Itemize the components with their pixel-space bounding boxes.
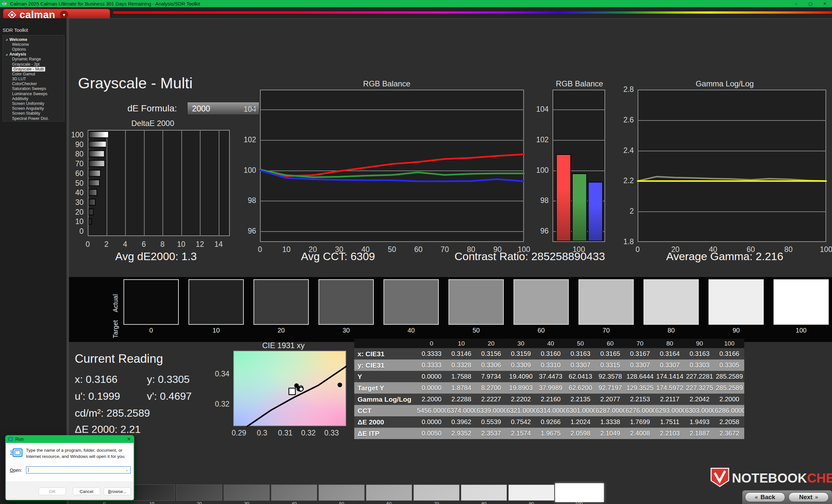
sidebar-item-grayscale-multi[interactable]: Grayscale - Multi: [3, 66, 64, 72]
next-arrows-icon: »: [815, 494, 818, 500]
table-cell: 2.3537: [476, 428, 506, 439]
table-cell: 128.6444: [625, 371, 655, 382]
open-input[interactable]: ⌄: [26, 466, 131, 474]
sidebar-item-analysis[interactable]: ◢Analysis: [3, 52, 64, 57]
sidebar-item-color-gamut[interactable]: Color Gamut: [3, 72, 64, 76]
gridline: [638, 181, 826, 181]
patch-cell-10[interactable]: [129, 484, 175, 501]
table-cell: 37.9989: [536, 382, 566, 394]
table-row-label: Target Y: [354, 382, 417, 394]
table-cell: 2.2058: [714, 416, 744, 428]
table-cell: 1.7699: [625, 416, 655, 428]
run-program-icon: [10, 448, 23, 458]
sidebar-item-colorchecker[interactable]: ColorChecker: [3, 82, 64, 86]
table-cell: 1.8784: [446, 382, 476, 394]
deltae-bar: [88, 170, 101, 177]
app-icon: [2, 1, 7, 6]
browse-button[interactable]: Browse...: [104, 487, 131, 495]
grayscale-swatch-30: [318, 279, 374, 325]
sidebar-item-screen-uniformity[interactable]: Screen Uniformity: [3, 101, 64, 106]
table-cell: 227.3275: [685, 382, 715, 394]
plot-area: [638, 90, 826, 242]
back-arrows-icon: «: [755, 494, 758, 500]
patch-cell-80[interactable]: [461, 484, 507, 501]
sidebar-item-options[interactable]: Options: [3, 47, 64, 52]
patch-cell-100[interactable]: [555, 483, 604, 502]
patch-cell-20[interactable]: [176, 484, 222, 501]
gridline: [144, 130, 145, 236]
y-tick-label: 100: [63, 131, 83, 139]
swatch-level-label: 20: [254, 327, 309, 334]
patch-cell-40[interactable]: [271, 484, 317, 501]
run-window-icon: [8, 437, 13, 441]
table-cell: 2.0598: [566, 428, 595, 439]
patch-cell-90[interactable]: [508, 484, 554, 501]
table-cell: 8.2700: [476, 382, 506, 394]
table-cell: 92.3578: [595, 371, 625, 382]
table-column-header: 60: [595, 339, 625, 348]
patch-cell-50[interactable]: [318, 484, 365, 501]
y-tick-label: 1.8: [612, 237, 634, 246]
table-cell: 6314.0000: [536, 405, 566, 416]
patch-cell-60[interactable]: [366, 484, 412, 501]
table-cell: 0.3159: [506, 348, 536, 360]
sidebar-item-screen-angularity[interactable]: Screen Angularity: [3, 106, 64, 111]
measurement-table: 0102030405060708090100x: CIE310.33330.31…: [354, 339, 744, 439]
table-cell: 0.0000: [417, 371, 446, 382]
expander-icon[interactable]: ◢: [5, 53, 9, 56]
sidebar-item-label: Saturation Sweeps: [12, 86, 46, 91]
close-button[interactable]: ✕: [818, 1, 832, 6]
sidebar-item-saturation-sweeps[interactable]: Saturation Sweeps: [3, 86, 64, 91]
expander-icon[interactable]: ◢: [5, 38, 9, 41]
maximize-button[interactable]: ▢: [803, 1, 818, 6]
run-dialog: Run ✕ Type the name of a program, folder…: [5, 435, 134, 500]
current-reading-right: y: 0.3305: [147, 373, 190, 386]
table-cell: 0.9266: [536, 416, 566, 428]
minimize-button[interactable]: –: [789, 1, 803, 6]
swatch-level-label: 50: [448, 327, 504, 334]
x-tick-label: 0: [80, 240, 96, 249]
deltae-bar: [88, 179, 100, 187]
sidebar-item-spectral-power-dist-[interactable]: Spectral Power Dist.: [3, 116, 64, 121]
next-button[interactable]: Next »: [788, 492, 829, 502]
table-cell: 0.3160: [536, 348, 566, 360]
sidebar-splitter[interactable]: [66, 18, 69, 504]
sidebar-item-3d-lut[interactable]: 3D LUT: [3, 77, 64, 82]
y-tick-label: 104: [526, 105, 549, 114]
sidebar-item-grayscale-2pt[interactable]: Grayscale - 2pt: [3, 62, 64, 66]
patch-cell-label: 100: [556, 501, 602, 504]
gridline: [125, 130, 126, 236]
gridline: [219, 130, 219, 236]
table-cell: 0.3305: [714, 360, 744, 371]
run-dialog-body: Type the name of a program, folder, docu…: [6, 443, 134, 482]
table-cell: 1.7588: [446, 371, 476, 382]
y-tick-label: 100: [526, 166, 549, 175]
back-button[interactable]: « Back: [745, 492, 785, 502]
sidebar-item-welcome[interactable]: ◢Welcome: [3, 37, 64, 42]
x-tick-label: 12: [192, 240, 208, 249]
ok-button[interactable]: OK: [39, 487, 66, 495]
patch-cell-label: 80: [461, 501, 507, 504]
sidebar-item-additivity[interactable]: Additivity: [3, 96, 64, 101]
deltae-bar: [88, 199, 96, 205]
current-reading-title: Current Reading: [75, 352, 163, 366]
table-cell: 6339.0000: [476, 405, 506, 416]
table-cell: 0.3333: [417, 348, 446, 360]
sidebar-item-dynamic-range[interactable]: Dynamic Range: [3, 57, 64, 62]
table-cell: 1.2024: [566, 416, 595, 428]
patch-cell-70[interactable]: [413, 484, 460, 501]
gridline: [260, 140, 524, 141]
patch-cell-30[interactable]: [224, 484, 270, 501]
grayscale-swatch-0: [124, 279, 179, 325]
table-cell: 2.1574: [506, 428, 536, 439]
patch-cell-label: 20: [176, 501, 222, 504]
sidebar-item-welcome[interactable]: Welcome: [3, 42, 64, 47]
grayscale-swatch-60: [514, 279, 569, 325]
open-label: Open:: [10, 468, 22, 473]
cancel-button[interactable]: Cancel: [73, 487, 100, 495]
y-tick-label: 90: [63, 140, 83, 149]
run-close-icon[interactable]: ✕: [127, 436, 131, 442]
sidebar-item-luminance-sweeps[interactable]: Luminance Sweeps: [3, 91, 64, 96]
run-dialog-titlebar[interactable]: Run ✕: [5, 435, 134, 443]
sidebar-item-screen-stability[interactable]: Screen Stability: [3, 111, 64, 116]
